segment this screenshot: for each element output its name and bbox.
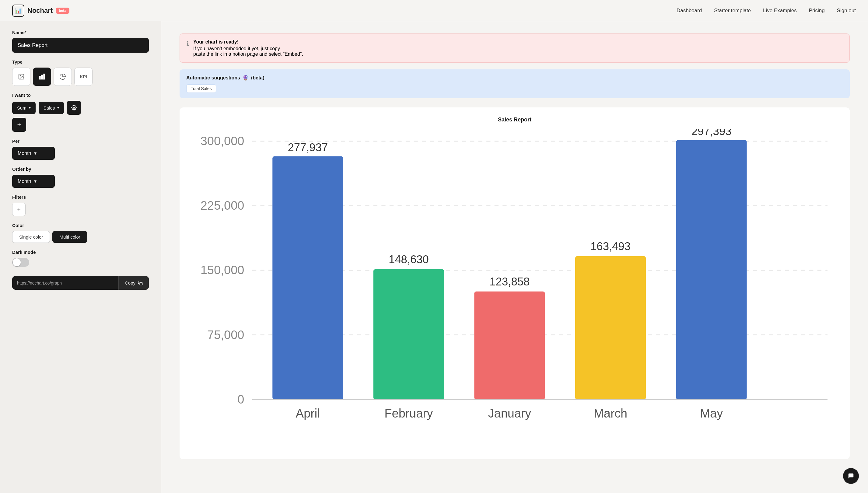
color-label: Color	[12, 223, 149, 228]
per-chevron-icon: ▾	[34, 150, 37, 156]
copy-icon	[138, 281, 143, 285]
per-value: Month	[18, 151, 31, 156]
svg-text:277,937: 277,937	[288, 141, 328, 154]
alert-line2: If you haven't embedded it yet, just cop…	[193, 46, 303, 51]
sales-dropdown[interactable]: Sales ▾	[39, 102, 64, 114]
type-label: Type	[12, 59, 149, 65]
magic-icon: 🔮	[243, 75, 248, 81]
logo-icon: 📊	[12, 4, 24, 17]
suggestions-banner: Automatic suggestions 🔮 (beta) Total Sal…	[179, 69, 850, 98]
main-nav: Dashboard Starter template Live Examples…	[677, 7, 856, 14]
alert-banner: ℹ Your chart is ready! If you haven't em…	[179, 34, 850, 63]
order-by-label: Order by	[12, 167, 149, 172]
per-month-dropdown[interactable]: Month ▾	[12, 147, 55, 160]
svg-text:150,000: 150,000	[200, 263, 244, 277]
nav-dashboard[interactable]: Dashboard	[677, 7, 702, 14]
order-by-dropdown[interactable]: Month ▾	[12, 175, 55, 188]
sales-label: Sales	[44, 105, 55, 110]
multi-color-label: Multi color	[59, 234, 80, 239]
sum-label: Sum	[17, 105, 26, 110]
type-kpi-btn[interactable]: KPI	[74, 68, 92, 86]
nav-sign-out[interactable]: Sign out	[837, 7, 856, 14]
svg-text:April: April	[296, 407, 320, 420]
filter-plus-icon: +	[17, 206, 21, 213]
svg-text:May: May	[700, 407, 723, 420]
kpi-label: KPI	[80, 74, 87, 79]
dark-mode-label: Dark mode	[12, 250, 149, 255]
bar-may	[676, 140, 747, 399]
type-buttons: KPI	[12, 68, 149, 86]
copy-btn[interactable]: Copy	[118, 276, 149, 290]
url-text: https://nochart.co/graph	[12, 276, 118, 290]
svg-text:300,000: 300,000	[200, 134, 244, 148]
svg-rect-4	[44, 74, 45, 79]
svg-text:163,493: 163,493	[590, 240, 631, 253]
filters-group: Filters +	[12, 194, 149, 216]
single-color-btn[interactable]: Single color	[12, 231, 50, 243]
bar-february	[373, 269, 444, 400]
per-label: Per	[12, 138, 149, 144]
nav-live-examples[interactable]: Live Examples	[763, 7, 797, 14]
type-image-btn[interactable]	[12, 68, 30, 86]
nav-starter-template[interactable]: Starter template	[714, 7, 751, 14]
order-by-chevron-icon: ▾	[34, 178, 37, 184]
multi-color-btn[interactable]: Multi color	[52, 231, 87, 243]
svg-text:February: February	[384, 407, 433, 420]
svg-text:0: 0	[237, 392, 244, 406]
beta-badge: beta	[56, 7, 69, 14]
logo-area: 📊 Nochart beta	[12, 4, 69, 17]
info-icon: ℹ	[187, 40, 189, 47]
name-group: Name*	[12, 30, 149, 52]
svg-text:148,630: 148,630	[389, 253, 429, 266]
sum-dropdown[interactable]: Sum ▾	[12, 102, 36, 114]
filters-label: Filters	[12, 194, 149, 200]
chart-title: Sales Report	[192, 116, 838, 123]
copy-label: Copy	[125, 280, 135, 285]
dark-mode-toggle[interactable]	[12, 258, 29, 267]
svg-point-6	[73, 107, 75, 109]
type-bar-btn[interactable]	[33, 68, 51, 86]
chart-svg-wrapper: 300,000 225,000 150,000 75,000 0 277,937…	[192, 129, 838, 453]
type-group: Type	[12, 59, 149, 86]
chart-svg: 300,000 225,000 150,000 75,000 0 277,937…	[192, 129, 838, 452]
i-want-to-group: I want to Sum ▾ Sales ▾	[12, 92, 149, 132]
suggestions-beta: (beta)	[251, 75, 264, 81]
svg-text:March: March	[594, 407, 627, 420]
add-filter-btn[interactable]: +	[12, 203, 26, 216]
single-color-label: Single color	[19, 234, 43, 239]
sidebar: Name* Type	[0, 21, 161, 493]
bar-january	[474, 292, 545, 400]
sum-chevron-icon: ▾	[29, 106, 31, 110]
name-label: Name*	[12, 30, 149, 35]
bar-march	[575, 256, 646, 400]
nav-pricing[interactable]: Pricing	[809, 7, 825, 14]
add-measure-btn[interactable]: +	[12, 118, 26, 132]
svg-point-1	[20, 75, 21, 76]
svg-rect-2	[40, 76, 41, 79]
alert-line3: paste the link in a notion page and sele…	[193, 51, 303, 57]
main-layout: Name* Type	[0, 21, 868, 493]
plus-icon: +	[17, 121, 21, 129]
svg-text:75,000: 75,000	[207, 328, 244, 341]
alert-text: Your chart is ready! If you haven't embe…	[193, 39, 303, 57]
i-want-to-label: I want to	[12, 92, 149, 98]
chat-bubble[interactable]	[843, 468, 859, 484]
order-by-value: Month	[18, 179, 31, 184]
header: 📊 Nochart beta Dashboard Starter templat…	[0, 0, 868, 21]
svg-text:123,858: 123,858	[490, 275, 530, 288]
sales-chevron-icon: ▾	[57, 106, 59, 110]
total-sales-tag[interactable]: Total Sales	[186, 84, 216, 93]
type-pie-btn[interactable]	[53, 68, 72, 86]
suggestions-title-text: Automatic suggestions	[186, 75, 240, 81]
svg-text:January: January	[488, 407, 531, 420]
alert-line1: Your chart is ready!	[193, 39, 303, 45]
chart-container: Sales Report 300,000 225,000 150,000 75,…	[179, 107, 850, 459]
content-area: ℹ Your chart is ready! If you haven't em…	[161, 21, 868, 493]
app-name: Nochart	[27, 7, 53, 15]
settings-btn[interactable]	[67, 101, 81, 115]
bar-april	[273, 156, 343, 400]
svg-text:297,393: 297,393	[692, 129, 732, 137]
name-input[interactable]	[12, 38, 149, 52]
toggle-thumb	[13, 258, 21, 266]
svg-rect-7	[140, 282, 143, 285]
